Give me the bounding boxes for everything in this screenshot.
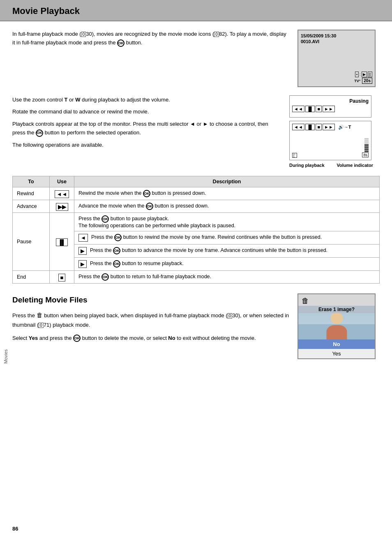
intro-text-1: In full-frame playback mode ( — [12, 31, 81, 37]
ctrl-vol-small: [( — [368, 72, 373, 77]
ok-icon-delete: OK — [73, 335, 81, 342]
ok-icon-sub2: OK — [113, 247, 120, 254]
vol-bar-6 — [364, 140, 369, 142]
ref-30-bot-icon: 0 — [228, 313, 233, 318]
w-letter: W — [75, 97, 80, 103]
intro-paragraph: In full-frame playback mode (030), movie… — [12, 30, 289, 47]
desc-rewind: Rewind the movie when the OK button is p… — [74, 187, 380, 200]
playback-diagrams: Pausing ◄◄ ▐▌ ■ ►► ◄◄ ▐▌ ■ ►► 🔊→T — [289, 95, 380, 168]
camera-timestamp: 15/05/2009 15:30 — [301, 33, 372, 39]
volume-bar-area: 8s — [362, 133, 369, 157]
side-label: Movies — [3, 349, 8, 364]
operations-table: To Use Description Rewind ◄◄ Rewind the … — [12, 176, 380, 284]
ok-icon-sub3: OK — [113, 260, 120, 268]
top-section: In full-frame playback mode (030), movie… — [12, 30, 380, 87]
erase-screen: 🗑 Erase 1 image? No Yes — [297, 293, 380, 359]
intro-text: In full-frame playback mode (030), movie… — [12, 30, 289, 87]
desc-pause-sub1: ◄ Press the OK button to rewind the movi… — [74, 231, 380, 245]
table-row: Advance ▶▶ Advance the movie when the OK… — [13, 200, 380, 213]
table-header: To Use Description — [13, 176, 380, 187]
sub-icon-bottom: [¨ — [292, 153, 297, 157]
playback-controls-text: Playback controls appear at the top of t… — [12, 120, 281, 137]
tv-icon: TV° — [354, 79, 360, 83]
intro-ref1: 30 — [86, 31, 92, 37]
sub-desc-play1: Press the OK button to resume playback. — [90, 260, 184, 268]
sub-icon-box: [¨ — [292, 153, 297, 158]
during-diagram: ◄◄ ▐▌ ■ ►► 🔊→T — [289, 121, 371, 160]
table-body: Rewind ◄◄ Rewind the movie when the OK b… — [13, 187, 380, 284]
vol-bar-3 — [364, 146, 369, 148]
use-rewind: ◄◄ — [50, 187, 74, 200]
portrait-figure — [325, 312, 348, 341]
vol-bars — [364, 138, 369, 152]
intro-text-2: ), movies are recognized by the movie mo… — [92, 31, 214, 37]
header-bar: Movie Playback — [0, 0, 392, 21]
ref-71-icon: 0 — [39, 323, 44, 328]
to-rewind: Rewind — [13, 187, 50, 200]
ok-icon-advance: OK — [146, 203, 153, 210]
to-advance: Advance — [13, 200, 50, 213]
erase-display: 🗑 Erase 1 image? No Yes — [297, 293, 376, 359]
vol-ctrl-icons: 🔊→T — [338, 125, 351, 130]
sub-icon-play1: ▶ — [78, 260, 87, 268]
portrait-body — [326, 325, 347, 342]
pause-ctrl-pause: ▐▌ — [305, 106, 315, 112]
during-ctrl-stop: ■ — [316, 124, 322, 130]
time-indicator: 8s — [362, 152, 369, 157]
sub-icon-fwd1: ▶ — [78, 247, 87, 255]
following-ops-text: The following operations are available. — [12, 141, 281, 149]
sub-row-2: ▶ Press the OK button to advance the mov… — [78, 247, 375, 255]
ctrl-icon-small: ▪ — [355, 72, 359, 77]
pausing-icons-row: ◄◄ ▐▌ ■ ►► — [292, 106, 369, 112]
pausing-label: Pausing — [292, 98, 369, 104]
erase-prompt-text: Erase 1 image? — [298, 306, 375, 313]
advance-icon: ▶▶ — [56, 203, 68, 211]
ref-71: 71 — [44, 322, 49, 328]
vol-bar-1 — [364, 150, 369, 152]
bottom-section: Deleting Movie Files Press the 🗑 button … — [12, 293, 380, 359]
trash-icon-screen: 🗑 — [302, 297, 309, 305]
desc-advance: Advance the movie when the OK button is … — [74, 200, 380, 213]
ok-icon-pause1: OK — [101, 215, 109, 223]
during-display-area: 8s [¨ — [292, 133, 369, 157]
deleting-title: Deleting Movie Files — [12, 293, 289, 306]
middle-text-block: Use the zoom control T or W during playb… — [12, 95, 281, 168]
ref-82-icon: 0 — [214, 32, 219, 37]
sub-row-1: ◄ Press the OK button to rewind the movi… — [78, 234, 375, 242]
to-end: End — [13, 271, 50, 284]
use-pause: ▐▌ — [50, 213, 74, 271]
ok-icon-top: OK — [117, 39, 125, 47]
page-number: 86 — [12, 526, 18, 532]
table-row-pause-main: Pause ▐▌ Press the OK button to pause pl… — [13, 213, 380, 231]
middle-section: Use the zoom control T or W during playb… — [12, 95, 380, 168]
zoom-control-text: Use the zoom control T or W during playb… — [12, 95, 281, 104]
desc-pause-main: Press the OK button to pause playback. T… — [74, 213, 380, 231]
erase-yes-option[interactable]: Yes — [298, 349, 375, 358]
during-top-row: ◄◄ ▐▌ ■ ►► 🔊→T — [292, 124, 369, 130]
desc-pause-sub3: ▶ Press the OK button to resume playback… — [74, 258, 380, 271]
sub-row-3: ▶ Press the OK button to resume playback… — [78, 260, 375, 268]
intro-text-4: button. — [125, 39, 142, 46]
ok-icon-middle: OK — [36, 129, 43, 137]
during-ctrl-pause: ▐▌ — [305, 124, 315, 130]
erase-options: No Yes — [298, 339, 375, 358]
pause-icon: ▐▌ — [56, 238, 67, 246]
during-ctrl-fwd: ►► — [323, 124, 335, 130]
pausing-diagram: Pausing ◄◄ ▐▌ ■ ►► — [289, 95, 371, 118]
diagram-labels: During playback Volume indicator — [289, 163, 380, 168]
ref-30-bot: 30 — [232, 312, 238, 318]
deleting-para2: Select Yes and press the OK button to de… — [12, 334, 289, 342]
portrait-head — [330, 312, 343, 324]
sub-desc-rw1: Press the OK button to rewind the movie … — [91, 234, 322, 241]
camera-display-top: 15/05/2009 15:30 0010.AVI TV° 20s ▪ : ▶ … — [297, 30, 376, 87]
vol-bar-2 — [364, 148, 369, 150]
table-row: Rewind ◄◄ Rewind the movie when the OK b… — [13, 187, 380, 200]
during-playback-label: During playback — [289, 163, 325, 168]
table-header-row: To Use Description — [13, 176, 380, 187]
t-letter: T — [64, 97, 67, 103]
end-icon: ■ — [58, 274, 66, 282]
sub-icon-rw1: ◄ — [78, 234, 88, 242]
pause-ctrl-advance: ►► — [323, 106, 335, 112]
during-ctrl-rw: ◄◄ — [292, 124, 304, 130]
erase-no-option[interactable]: No — [298, 339, 375, 349]
